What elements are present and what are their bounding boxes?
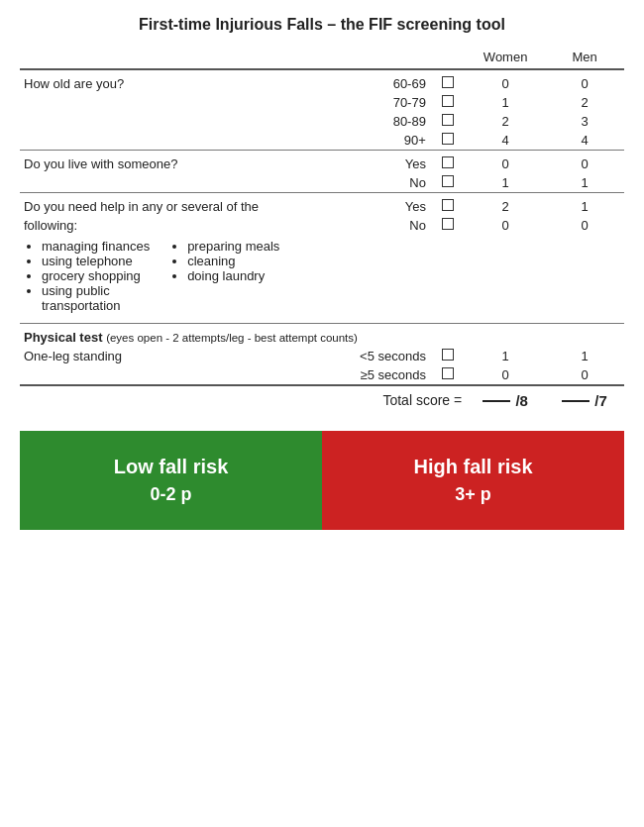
age-men-4: 4 [545,131,624,151]
help-question-line1: Do you need help in any or several of th… [20,193,337,217]
help-bullets-row: managing finances using telephone grocer… [20,235,624,324]
high-fall-risk-sub: 3+ p [455,484,491,505]
physical-option-1: <5 seconds [337,347,430,365]
live-checkbox-2[interactable] [430,173,466,193]
women-score-blank [483,400,510,402]
age-women-4: 4 [466,131,545,151]
live-question: Do you live with someone? [20,151,337,193]
low-fall-risk-sub: 0-2 p [150,484,191,505]
men-denom: /7 [594,392,607,409]
help-men-yes: 1 [545,193,624,217]
live-checkbox-1[interactable] [430,151,466,174]
high-fall-risk: High fall risk 3+ p [322,431,624,530]
age-section-start: How old are you? 60-69 0 0 [20,69,624,93]
col-checkbox-header [430,48,466,69]
age-men-2: 2 [545,93,624,112]
live-section-start: Do you live with someone? Yes 0 0 [20,151,624,174]
help-checkbox-yes[interactable] [430,193,466,217]
help-option-yes: Yes [337,193,430,217]
low-fall-risk: Low fall risk 0-2 p [20,431,322,530]
physical-men-2: 0 [545,365,624,385]
physical-test-row-1: One-leg standing <5 seconds 1 1 [20,347,624,365]
women-denom: /8 [515,392,528,409]
help-men-no: 0 [545,216,624,235]
bullet-doing-laundry: doing laundry [187,268,279,283]
bullet-preparing-meals: preparing meals [187,239,279,254]
col-men-header: Men [545,48,624,69]
bullet-using-public-transportation: using publictransportation [42,283,150,313]
bullet-managing-finances: managing finances [42,239,150,254]
age-checkbox-3[interactable] [430,112,466,131]
col-women-header: Women [466,48,545,69]
age-question: How old are you? [20,69,337,151]
main-table: Women Men How old are you? 60-69 0 0 70-… [20,48,624,415]
total-men-score: /7 [545,385,624,415]
age-checkbox-4[interactable] [430,131,466,151]
age-checkbox-2[interactable] [430,93,466,112]
physical-women-2: 0 [466,365,545,385]
physical-label: Physical test [24,330,103,345]
physical-checkbox-2[interactable] [430,365,466,385]
live-women-1: 0 [466,151,545,174]
physical-checkbox-1[interactable] [430,347,466,365]
age-checkbox-1[interactable] [430,69,466,93]
help-bullets-cell: managing finances using telephone grocer… [20,235,624,324]
help-section-start: Do you need help in any or several of th… [20,193,624,217]
help-bullets-col2: preparing meals cleaning doing laundry [169,239,279,313]
help-women-no: 0 [466,216,545,235]
total-empty [20,385,337,415]
low-fall-risk-title: Low fall risk [114,456,229,478]
live-men-1: 0 [545,151,624,174]
live-option-2: No [337,173,430,193]
bullet-grocery-shopping: grocery shopping [42,268,150,283]
risk-bar: Low fall risk 0-2 p High fall risk 3+ p [20,431,624,530]
age-women-2: 1 [466,93,545,112]
age-women-1: 0 [466,69,545,93]
help-bullets-col1: managing finances using telephone grocer… [24,239,150,313]
age-option-3: 80-89 [337,112,430,131]
bullet-using-telephone: using telephone [42,254,150,268]
age-women-3: 2 [466,112,545,131]
physical-test-name: One-leg standing [20,347,337,385]
physical-men-1: 1 [545,347,624,365]
physical-women-1: 1 [466,347,545,365]
help-question-line2: following: [20,216,337,235]
physical-option-2: ≥5 seconds [337,365,430,385]
age-men-1: 0 [545,69,624,93]
total-label-cell: Total score = [337,385,467,415]
total-women-score: /8 [466,385,545,415]
age-option-4: 90+ [337,131,430,151]
bullet-cleaning: cleaning [187,254,279,268]
live-women-2: 1 [466,173,545,193]
live-men-2: 1 [545,173,624,193]
age-option-1: 60-69 [337,69,430,93]
age-men-3: 3 [545,112,624,131]
help-checkbox-no[interactable] [430,216,466,235]
physical-section-start: Physical test (eyes open - 2 attempts/le… [20,324,624,348]
physical-header-cell: Physical test (eyes open - 2 attempts/le… [20,324,624,348]
help-women-yes: 2 [466,193,545,217]
help-option-no: No [337,216,430,235]
live-option-1: Yes [337,151,430,174]
page-title: First-time Injurious Falls – the FIF scr… [20,16,624,34]
men-score-blank [562,400,590,402]
help-row-no: following: No 0 0 [20,216,624,235]
physical-note: (eyes open - 2 attempts/leg - best attem… [106,332,358,344]
total-score-row: Total score = /8 /7 [20,385,624,415]
high-fall-risk-title: High fall risk [413,456,532,478]
age-option-2: 70-79 [337,93,430,112]
col-option-header [337,48,430,69]
col-question-header [20,48,337,69]
